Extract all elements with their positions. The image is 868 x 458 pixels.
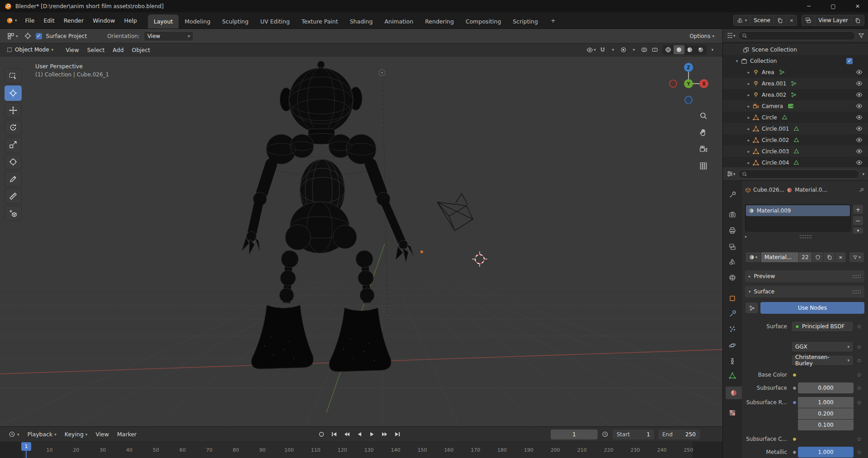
resize-grip[interactable] [800,235,811,238]
tab-modifiers[interactable] [725,307,740,320]
outliner-object-row[interactable]: ▸ Circle.002 [723,134,868,146]
shading-material-button[interactable] [684,45,695,54]
workspace-tab[interactable]: Rendering [419,14,460,28]
add-cube-tool[interactable] [5,206,22,221]
previous-keyframe-button[interactable] [341,430,353,439]
tab-render[interactable] [725,208,740,221]
eye-icon[interactable] [856,137,863,143]
shading-rendered-button[interactable] [695,45,706,54]
transform-tool[interactable] [5,154,22,170]
playhead[interactable]: 1 [21,442,31,458]
next-keyframe-button[interactable] [379,430,391,439]
tab-view-layer[interactable] [725,241,740,253]
workspace-tab[interactable]: Scripting [507,14,544,28]
expand-arrow[interactable]: ▾ [734,59,740,63]
editor-type-dropdown[interactable]: ▾ [5,430,24,439]
expand-arrow[interactable]: ▸ [745,104,752,109]
tab-material[interactable] [726,387,742,399]
browse-material-button[interactable]: ▾ [745,252,761,263]
menu-item[interactable]: Window [88,15,119,26]
scale-tool[interactable] [5,137,22,152]
fake-user-button[interactable] [812,252,824,263]
tab-output[interactable] [725,224,740,237]
outliner-object-row[interactable]: ▸ Circle [723,112,868,123]
expand-arrow[interactable]: ▸ [745,70,752,75]
properties-type-dropdown[interactable]: ▾ [726,170,736,177]
decorator-dot[interactable] [854,369,864,380]
breadcrumb-material[interactable]: Material.0... [787,187,827,193]
rotate-tool[interactable] [5,120,22,135]
add-slot-button[interactable]: + [853,204,863,214]
material-name-field[interactable]: Material... [761,252,798,263]
snap-toggle[interactable] [598,45,607,55]
tab-scene[interactable] [725,255,740,268]
material-slot-list[interactable]: Material.009 [745,204,851,231]
viewport-menu-item[interactable]: View [61,45,83,55]
current-frame-field[interactable]: 1 [551,430,598,439]
eye-icon[interactable] [856,103,863,109]
select-box-tool[interactable] [5,68,22,84]
expand-arrow[interactable]: ▸ [745,149,752,154]
surface-section-header[interactable]: ▾ Surface [745,286,864,297]
maximize-button[interactable]: ▢ [823,0,844,12]
measure-tool[interactable] [5,189,22,204]
start-frame-field[interactable]: Start1 [613,430,654,439]
close-button[interactable]: ✕ [847,0,868,12]
chevron-down-icon[interactable]: ▾ [862,172,864,176]
play-reverse-button[interactable] [354,430,365,439]
viewport-canvas[interactable]: User Perspective (1) Collection | Cube.0… [0,57,722,426]
scene-browse-button[interactable]: ▾ [734,15,750,25]
tab-world[interactable] [725,271,740,284]
move-tool[interactable] [5,103,22,118]
app-menu-button[interactable]: ▾ [3,17,21,24]
material-slot-item[interactable]: Material.009 [746,205,850,216]
subsurface-method-select[interactable]: Christensen-Burley ▾ [791,355,854,366]
tab-object[interactable] [725,292,740,305]
zoom-icon[interactable] [698,110,709,122]
overlays-toggle[interactable] [640,45,649,55]
tab-particles[interactable] [725,323,740,335]
cursor-tool[interactable] [5,85,22,101]
surface-shader-select[interactable]: Principled BSDF [791,321,854,332]
visibility-dropdown[interactable]: ▾ [585,45,597,55]
eye-icon[interactable] [856,80,863,87]
decorator-dot[interactable] [854,341,864,352]
new-view-layer-button[interactable] [851,15,864,25]
properties-search-input[interactable] [738,170,860,179]
timeline-popover[interactable]: Playback▾ [24,430,61,439]
expand-arrow[interactable]: ▸ [745,81,752,86]
workspace-tab[interactable]: Shading [344,14,379,28]
outliner-object-row[interactable]: ▸ Camera [723,100,868,112]
user-count-button[interactable]: 22 [798,252,812,263]
collection-checkbox[interactable]: ✓ [846,58,853,64]
decorator-dot[interactable] [854,397,864,408]
outliner-object-row[interactable]: ▸ Circle.003 [723,146,868,157]
expand-arrow[interactable]: ▸ [745,161,752,165]
outliner-object-row[interactable]: ▸ Circle.004 [723,157,868,167]
eye-icon[interactable] [856,148,863,155]
jump-to-start-button[interactable] [329,430,340,439]
jump-to-end-button[interactable] [392,430,403,439]
tab-texture[interactable] [725,406,740,419]
annotate-tool[interactable] [5,171,22,187]
eye-icon[interactable] [856,159,863,166]
filter-icon[interactable] [858,33,864,39]
view-layer-name[interactable]: View Layer [815,15,851,25]
ortho-grid-icon[interactable] [698,160,709,172]
expand-arrow[interactable]: ▸ [745,138,752,142]
breadcrumb-object[interactable]: Cube.026... [745,187,784,193]
shading-solid-button[interactable] [674,45,684,54]
pin-icon[interactable] [859,187,864,193]
eye-icon[interactable] [856,91,863,98]
workspace-tab[interactable]: Sculpting [216,14,254,28]
timeline-popover[interactable]: Keying▾ [61,430,92,439]
viewport-menu-item[interactable]: Add [108,45,127,55]
metallic-slider[interactable]: 1.000 [798,447,854,458]
outliner-object-row[interactable]: ▸ Area.002 [723,89,868,100]
workspace-tab[interactable]: UV Editing [255,14,296,28]
tab-object-data[interactable] [725,369,740,382]
tab-tool[interactable] [725,189,740,201]
view-layer-icon-button[interactable] [802,15,815,25]
minimize-button[interactable]: ─ [798,0,819,12]
auto-keyframe-toggle[interactable] [316,430,327,439]
